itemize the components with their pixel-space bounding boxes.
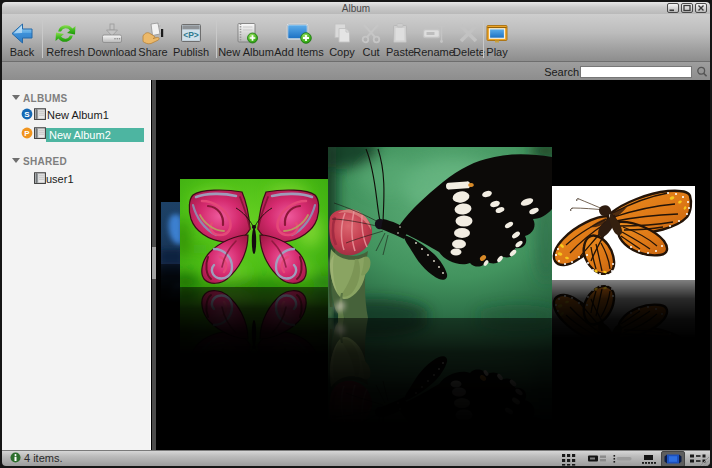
svg-text:<P>: <P>	[183, 30, 199, 40]
svg-text:P: P	[24, 129, 30, 138]
svg-text:S: S	[24, 110, 30, 119]
